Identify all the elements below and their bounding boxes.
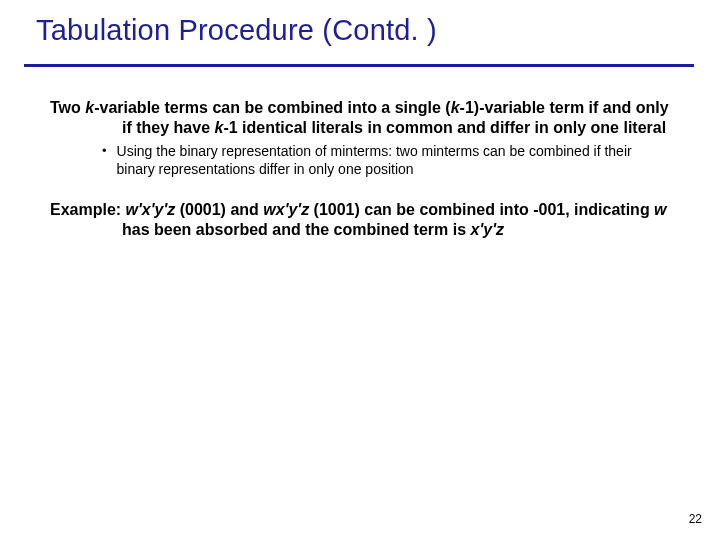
p1-pre: Two bbox=[50, 99, 85, 116]
p1-mid1: -variable terms can be combined into a s… bbox=[94, 99, 451, 116]
slide-title: Tabulation Procedure (Contd. ) bbox=[36, 14, 437, 47]
p2-mid1: (0001) and bbox=[175, 201, 263, 218]
var-w: w bbox=[654, 201, 666, 218]
slide-body: Two k-variable terms can be combined int… bbox=[50, 98, 680, 244]
term-3: x'y'z bbox=[471, 221, 504, 238]
var-k-2: k bbox=[451, 99, 460, 116]
slide: Tabulation Procedure (Contd. ) Two k-var… bbox=[0, 0, 720, 540]
var-k-1: k bbox=[85, 99, 94, 116]
bullet-1-text: Using the binary representation of minte… bbox=[117, 142, 657, 178]
page-number: 22 bbox=[689, 512, 702, 526]
bullet-dot-icon: • bbox=[102, 143, 107, 160]
term-2: wx'y'z bbox=[263, 201, 309, 218]
paragraph-2: Example: w'x'y'z (0001) and wx'y'z (1001… bbox=[50, 200, 680, 240]
title-underline bbox=[24, 64, 694, 67]
p1-tail: -1 identical literals in common and diff… bbox=[223, 119, 666, 136]
term-1: w'x'y'z bbox=[126, 201, 176, 218]
p2-pre: Example: bbox=[50, 201, 126, 218]
paragraph-1: Two k-variable terms can be combined int… bbox=[50, 98, 680, 138]
bullet-1: • Using the binary representation of min… bbox=[102, 142, 680, 178]
p2-mid2: (1001) can be combined into -001, indica… bbox=[309, 201, 654, 218]
p2-mid3: has been absorbed and the combined term … bbox=[122, 221, 471, 238]
